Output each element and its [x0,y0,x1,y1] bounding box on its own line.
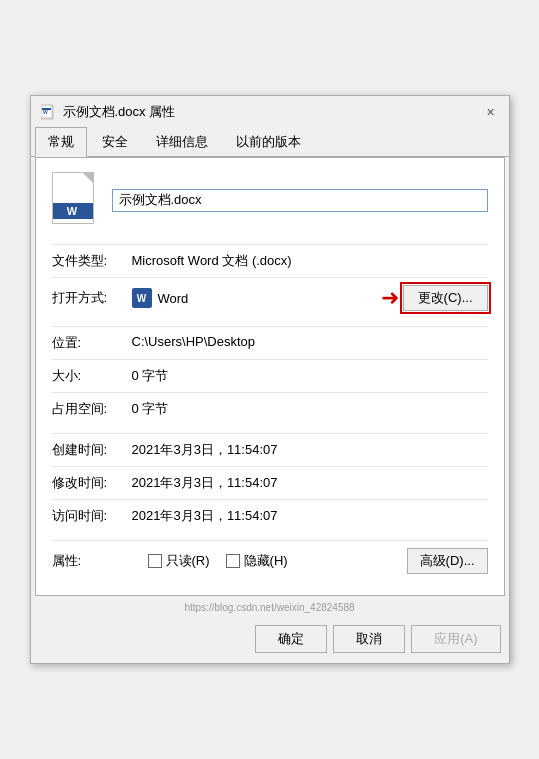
watermark: https://blog.csdn.net/weixin_42824588 [31,600,509,617]
word-icon: W [132,288,152,308]
created-row: 创建时间: 2021年3月3日，11:54:07 [52,433,488,466]
advanced-button[interactable]: 高级(D)... [407,548,488,574]
hidden-label: 隐藏(H) [244,552,288,570]
size-value: 0 字节 [132,367,488,385]
accessed-row: 访问时间: 2021年3月3日，11:54:07 [52,499,488,532]
accessed-value: 2021年3月3日，11:54:07 [132,507,488,525]
window-icon: W [41,104,57,120]
tab-details[interactable]: 详细信息 [143,127,221,157]
location-value: C:\Users\HP\Desktop [132,334,488,349]
file-name-input[interactable] [112,189,488,212]
tab-general[interactable]: 常规 [35,127,87,157]
change-button[interactable]: 更改(C)... [403,285,488,311]
svg-text:W: W [43,109,48,115]
hidden-checkbox[interactable] [226,554,240,568]
hidden-checkbox-item[interactable]: 隐藏(H) [226,552,288,570]
red-arrow-icon: ➜ [381,285,399,311]
bottom-bar: 确定 取消 应用(A) [31,617,509,663]
file-icon: W [52,172,100,228]
cancel-button[interactable]: 取消 [333,625,405,653]
attributes-label: 属性: [52,552,132,570]
file-header: W [52,172,488,228]
title-bar-left: W 示例文档.docx 属性 [41,103,176,121]
readonly-checkbox[interactable] [148,554,162,568]
main-content: W 文件类型: Microsoft Word 文档 (.docx) 打开方式: … [35,157,505,596]
modified-label: 修改时间: [52,474,132,492]
attributes-row: 属性: 只读(R) 隐藏(H) 高级(D)... [52,540,488,581]
accessed-label: 访问时间: [52,507,132,525]
file-icon-word-label: W [53,203,93,219]
readonly-checkbox-item[interactable]: 只读(R) [148,552,210,570]
openwith-row: 打开方式: W Word ➜ 更改(C)... [52,277,488,318]
tab-security[interactable]: 安全 [89,127,141,157]
filetype-label: 文件类型: [52,252,132,270]
title-bar: W 示例文档.docx 属性 × [31,96,509,126]
tabs-bar: 常规 安全 详细信息 以前的版本 [31,126,509,157]
filetype-value: Microsoft Word 文档 (.docx) [132,252,488,270]
filetype-row: 文件类型: Microsoft Word 文档 (.docx) [52,244,488,277]
created-label: 创建时间: [52,441,132,459]
disksize-row: 占用空间: 0 字节 [52,392,488,425]
readonly-label: 只读(R) [166,552,210,570]
modified-value: 2021年3月3日，11:54:07 [132,474,488,492]
disksize-value: 0 字节 [132,400,488,418]
disksize-label: 占用空间: [52,400,132,418]
location-row: 位置: C:\Users\HP\Desktop [52,326,488,359]
apply-button[interactable]: 应用(A) [411,625,500,653]
close-button[interactable]: × [481,102,501,122]
tab-previous-versions[interactable]: 以前的版本 [223,127,314,157]
created-value: 2021年3月3日，11:54:07 [132,441,488,459]
size-row: 大小: 0 字节 [52,359,488,392]
openwith-app: W Word [132,288,381,308]
size-label: 大小: [52,367,132,385]
openwith-label: 打开方式: [52,289,132,307]
location-label: 位置: [52,334,132,352]
properties-window: W 示例文档.docx 属性 × 常规 安全 详细信息 以前的版本 W [30,95,510,664]
openwith-appname: Word [158,291,189,306]
ok-button[interactable]: 确定 [255,625,327,653]
title-bar-text: 示例文档.docx 属性 [63,103,176,121]
modified-row: 修改时间: 2021年3月3日，11:54:07 [52,466,488,499]
